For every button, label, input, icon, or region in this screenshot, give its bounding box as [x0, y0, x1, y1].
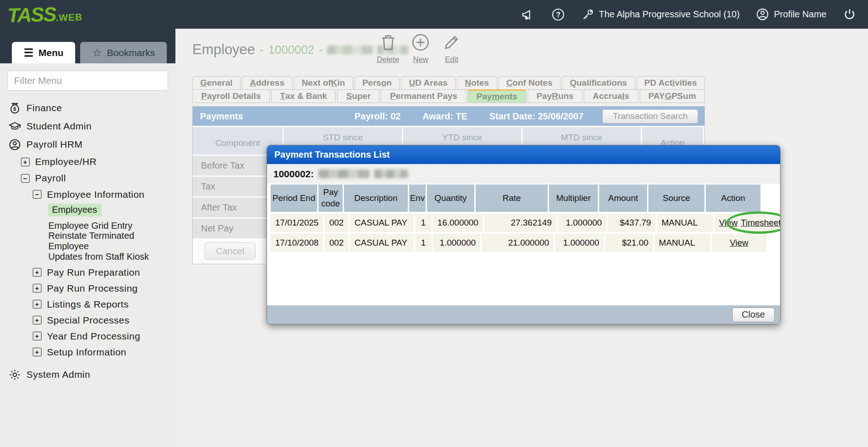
sidebar-menu-tree: $FinanceStudent AdminPayroll HRM+Employe… — [0, 95, 175, 384]
tab-permanent-pays[interactable]: Permanent Pays — [381, 89, 466, 103]
tass-web-logo[interactable]: TASS .WEB — [0, 2, 83, 27]
tab-pay-runs[interactable]: Pay Runs — [528, 89, 582, 103]
tab-ud-areas[interactable]: UD Areas — [401, 76, 456, 90]
transaction-row: 17/10/2008002CASUAL PAY11.00000021.00000… — [271, 234, 776, 252]
sidebar-item-employee-information[interactable]: −Employee Information — [6, 186, 173, 202]
sidebar-item-label: Payroll HRM — [26, 139, 82, 150]
sidebar-item-finance[interactable]: $Finance — [6, 99, 173, 117]
sidebar-item-pay-run-preparation[interactable]: +Pay Run Preparation — [6, 264, 173, 280]
tab-next-of-kin[interactable]: Next of Kin — [294, 76, 353, 90]
expand-plus-icon[interactable]: + — [21, 158, 30, 166]
sidebar-item-label: Special Processes — [47, 315, 129, 326]
collapse-minus-icon[interactable]: − — [21, 174, 30, 183]
expand-plus-icon[interactable]: + — [33, 348, 41, 356]
logo-main-text: TASS — [7, 3, 56, 27]
sidebar-item-label: Payroll — [35, 173, 66, 184]
tab-address[interactable]: Address — [242, 76, 293, 90]
filter-menu-input[interactable] — [7, 71, 168, 91]
sidebar-item-reinstate-terminated-employee[interactable]: Reinstate Terminated Employee — [6, 233, 173, 249]
modal-titlebar: Payment Transactions List — [267, 145, 780, 164]
topbar: TASS .WEB ? The Alpha Progressive School… — [0, 0, 868, 29]
delete-button[interactable]: Delete — [377, 32, 399, 64]
expand-plus-icon[interactable]: + — [33, 332, 41, 340]
view-link[interactable]: View — [719, 218, 738, 228]
cell-description: CASUAL PAY — [350, 214, 414, 232]
trash-icon — [379, 32, 398, 54]
tab-payg-psum[interactable]: PAYG PSum — [640, 89, 705, 103]
payments-panel-header: Payments Payroll: 02 Award: TE Start Dat… — [193, 107, 704, 126]
record-toolbar: DeleteNewEdit — [377, 32, 461, 64]
tab-menu[interactable]: ☰ Menu — [12, 42, 75, 63]
edit-button[interactable]: Edit — [442, 32, 461, 64]
modal-footer: Close — [267, 305, 780, 324]
new-button[interactable]: New — [411, 32, 430, 64]
sidebar-item-label: Reinstate Terminated Employee — [48, 231, 173, 252]
key-icon — [581, 8, 594, 21]
view-link[interactable]: View — [730, 238, 749, 248]
cell-source: MANUAL — [654, 234, 710, 252]
payment-transactions-modal: Payment Transactions List 1000002: Perio… — [267, 145, 781, 324]
help-icon[interactable]: ? — [551, 8, 565, 21]
cancel-button[interactable]: Cancel — [205, 242, 256, 260]
expand-plus-icon[interactable]: + — [33, 284, 41, 293]
cell-amount: $21.00 — [605, 234, 653, 252]
tab-general[interactable]: General — [192, 76, 241, 90]
sidebar-item-label: Updates from Staff Kiosk — [48, 252, 149, 262]
tab-pd-activities[interactable]: PD Activities — [637, 76, 705, 90]
announcements-megaphone-icon[interactable] — [520, 8, 535, 21]
tab-accruals[interactable]: Accruals — [584, 89, 638, 103]
sidebar-item-payroll-hrm[interactable]: Payroll HRM — [6, 135, 173, 154]
sidebar-item-updates-from-staff-kiosk[interactable]: Updates from Staff Kiosk — [6, 249, 173, 264]
tab-person[interactable]: Person — [354, 76, 400, 90]
expand-plus-icon[interactable]: + — [33, 300, 41, 308]
timesheet-link[interactable]: Timesheet — [741, 218, 781, 228]
profile-menu[interactable]: Profile Name — [756, 8, 827, 21]
modal-column-source: Source — [648, 185, 704, 212]
sidebar-item-label: Employees — [48, 204, 102, 216]
modal-record-id: 1000002: — [273, 169, 314, 180]
collapse-minus-icon[interactable]: − — [33, 190, 41, 199]
sidebar-item-special-processes[interactable]: +Special Processes — [6, 312, 173, 328]
cell-pay-code: 002 — [324, 234, 349, 252]
sidebar-item-setup-information[interactable]: +Setup Information — [6, 344, 173, 360]
sidebar-item-payroll[interactable]: −Payroll — [6, 170, 173, 186]
school-selector[interactable]: The Alpha Progressive School (10) — [581, 8, 740, 21]
money-bag-icon: $ — [8, 102, 21, 114]
expand-plus-icon[interactable]: + — [33, 268, 41, 277]
logout-power-icon[interactable] — [843, 8, 856, 21]
sidebar-item-pay-run-processing[interactable]: +Pay Run Processing — [6, 280, 173, 296]
cell-rate: 21.000000 — [482, 234, 554, 252]
tab-payments[interactable]: Payments — [467, 89, 526, 103]
bookmarks-tab-label: Bookmarks — [107, 47, 155, 58]
tab-notes[interactable]: Notes — [457, 76, 497, 90]
sidebar-item-listings-reports[interactable]: +Listings & Reports — [6, 296, 173, 312]
tab-bookmarks[interactable]: ☆ Bookmarks — [80, 42, 167, 63]
tool-label: Delete — [377, 55, 399, 64]
tab-super[interactable]: Super — [337, 89, 380, 103]
close-button[interactable]: Close — [732, 308, 775, 322]
cell-rate: 27.362149 — [484, 214, 556, 232]
sidebar-item-label: Employee Grid Entry — [48, 221, 133, 231]
hamburger-icon: ☰ — [24, 46, 34, 59]
page-title-entity: Employee — [192, 41, 255, 58]
expand-plus-icon[interactable]: + — [33, 316, 41, 324]
modal-column-description: Description — [344, 185, 408, 212]
modal-record-line: 1000002: — [267, 164, 780, 184]
sidebar-item-label: Year End Processing — [47, 331, 140, 342]
record-tabs: GeneralAddressNext of KinPersonUD AreasN… — [192, 76, 705, 103]
gear-icon — [8, 368, 21, 381]
sidebar-item-label: Finance — [26, 103, 62, 113]
tab-qualifications[interactable]: Qualifications — [562, 76, 635, 90]
tab-payroll-details[interactable]: Payroll Details — [192, 89, 270, 103]
tab-conf-notes[interactable]: Conf Notes — [498, 76, 560, 90]
redacted-employee-name — [374, 170, 408, 178]
sidebar-item-system-admin[interactable]: System Admin — [6, 365, 173, 384]
sidebar-item-student-admin[interactable]: Student Admin — [6, 117, 173, 135]
sidebar-item-employee-hr[interactable]: +Employee/HR — [6, 154, 173, 170]
transaction-search-button[interactable]: Transaction Search — [602, 109, 698, 123]
graduation-cap-icon — [8, 120, 21, 133]
sidebar-item-year-end-processing[interactable]: +Year End Processing — [6, 328, 173, 344]
tab-tax-bank[interactable]: Tax & Bank — [271, 89, 336, 103]
sidebar-item-employees[interactable]: Employees — [6, 202, 173, 218]
svg-text:$: $ — [13, 106, 16, 112]
